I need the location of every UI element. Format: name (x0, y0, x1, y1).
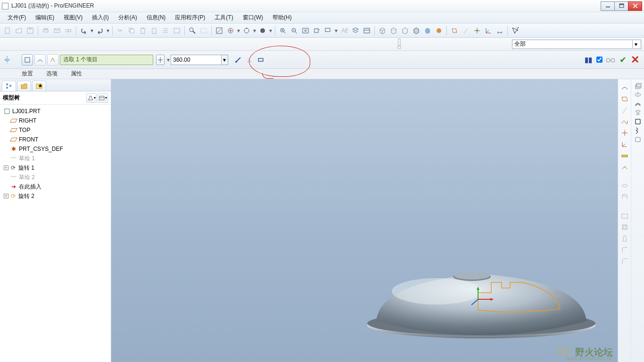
datum-plane-toggle-icon[interactable] (449, 25, 460, 36)
menu-info[interactable]: 信息(N) (142, 13, 171, 23)
boundary-blend-icon[interactable] (634, 136, 642, 145)
nav-tab-folder[interactable] (17, 81, 31, 91)
reorient-icon[interactable] (312, 25, 322, 36)
saved-views-icon[interactable] (323, 25, 333, 36)
angle-type-dropdown[interactable]: ▾ (166, 57, 171, 63)
new-icon[interactable] (2, 25, 13, 36)
copy-icon[interactable] (126, 25, 137, 36)
annot-icon[interactable]: AB (339, 25, 349, 36)
surface-toggle[interactable] (34, 54, 46, 66)
tree-csys[interactable]: ✱PRT_CSYS_DEF (1, 144, 110, 154)
sketch-tool-icon[interactable] (619, 162, 630, 172)
flip-icon[interactable] (233, 55, 243, 65)
orient-dropdown[interactable]: ▾ (252, 27, 257, 34)
selection-filter[interactable]: 全部 ▾ (512, 40, 641, 49)
pause-button[interactable]: ▮▮ (583, 55, 594, 65)
nav-tab-fav[interactable]: ★ (32, 81, 46, 91)
rib-tool-icon[interactable] (619, 222, 630, 232)
model-tree[interactable]: LJ001.PRT RIGHT TOP FRONT ✱PRT_CSYS_DEF … (0, 105, 111, 203)
angle-type-button[interactable] (156, 55, 165, 65)
swept-blend-icon[interactable] (634, 118, 642, 127)
paste-icon[interactable] (138, 25, 148, 36)
close-button[interactable] (628, 1, 642, 11)
annot-toggle-icon[interactable] (495, 25, 505, 36)
whatsthis-icon[interactable]: ? (510, 25, 520, 36)
shade-dropdown[interactable]: ▾ (268, 27, 273, 34)
zoom-out-icon[interactable] (289, 25, 299, 36)
spin-center-icon[interactable] (225, 25, 236, 36)
tree-settings-icon[interactable]: ▾ (86, 93, 97, 103)
thicken-icon[interactable] (256, 55, 266, 65)
remove-material-icon[interactable] (244, 55, 255, 65)
draft-tool-icon[interactable] (619, 233, 630, 244)
datum-axis-toggle-icon[interactable] (461, 25, 471, 36)
tree-datum-front[interactable]: FRONT (1, 135, 110, 144)
open-icon[interactable] (14, 25, 24, 36)
menu-analysis[interactable]: 分析(A) (114, 13, 142, 23)
round-tool-icon[interactable] (619, 245, 630, 255)
tree-show-icon[interactable]: ▾ (98, 93, 108, 103)
cut-icon[interactable]: ✂ (115, 25, 125, 36)
tree-sketch1[interactable]: 〰草绘 1 (1, 154, 110, 163)
view-mgr-icon[interactable] (362, 25, 372, 36)
plane-tool-icon[interactable] (619, 94, 630, 104)
tree-insert-here[interactable]: ➔在此插入 (1, 182, 110, 191)
angle-dropdown[interactable]: ▾ (221, 55, 228, 65)
paste-special-icon[interactable] (149, 25, 159, 36)
point-tool-icon[interactable] (619, 128, 630, 138)
preview-checkbox[interactable] (596, 57, 603, 63)
orient-icon[interactable] (241, 25, 252, 36)
menu-window[interactable]: 窗口(W) (238, 13, 268, 23)
measure-tool-icon[interactable] (619, 150, 630, 161)
save-icon[interactable] (25, 25, 35, 36)
tree-sketch2[interactable]: 〰草绘 2 (1, 173, 110, 182)
solid-toggle[interactable] (22, 54, 33, 66)
line-tool-icon[interactable] (619, 82, 630, 93)
axis-collector[interactable]: 选取 1 个项目 (60, 55, 153, 65)
regen-icon[interactable] (160, 25, 171, 36)
sweep-tool-icon[interactable] (634, 100, 642, 109)
tree-datum-top[interactable]: TOP (1, 125, 110, 135)
hidden-line-icon[interactable] (388, 25, 399, 36)
shade-icon[interactable] (257, 25, 268, 36)
undo-dropdown[interactable]: ▾ (90, 27, 94, 34)
shaded-hl-icon[interactable] (411, 25, 421, 36)
minimize-button[interactable] (601, 1, 615, 11)
csys-toggle-icon[interactable] (483, 25, 494, 36)
helical-sweep-icon[interactable] (634, 127, 642, 136)
tab-props[interactable]: 属性 (71, 70, 82, 78)
revolve-tool-icon[interactable] (634, 91, 642, 100)
views-dropdown[interactable]: ▾ (334, 27, 339, 34)
extrude-tool-icon[interactable] (634, 82, 642, 91)
redo-icon[interactable] (95, 25, 105, 36)
undo-icon[interactable] (79, 25, 89, 36)
wireframe-icon[interactable] (377, 25, 388, 36)
tree-datum-right[interactable]: RIGHT (1, 116, 110, 125)
link-icon[interactable] (63, 25, 74, 36)
sketch-collector[interactable] (47, 54, 58, 66)
shell-tool-icon[interactable] (619, 211, 630, 221)
repaint-icon[interactable] (214, 25, 224, 36)
csys-tool-icon[interactable] (619, 139, 630, 149)
style-tool-icon[interactable] (619, 181, 630, 191)
angle-input[interactable]: ▾ (171, 55, 228, 65)
nav-tab-tree[interactable] (2, 81, 16, 91)
tab-options[interactable]: 选项 (46, 70, 58, 78)
curve-tool-icon[interactable] (619, 116, 630, 127)
hole-tool-icon[interactable] (619, 192, 630, 202)
blend-tool-icon[interactable] (634, 109, 642, 118)
shaded-icon[interactable] (422, 25, 433, 36)
angle-value[interactable] (171, 55, 221, 65)
spin-dropdown[interactable]: ▾ (236, 27, 241, 34)
menu-view[interactable]: 视图(V) (59, 13, 87, 23)
mail-icon[interactable] (52, 25, 62, 36)
apply-button[interactable]: ✔ (618, 55, 628, 65)
select-box-icon[interactable] (198, 25, 209, 36)
tree-root[interactable]: LJ001.PRT (1, 107, 110, 116)
menu-insert[interactable]: 插入(I) (87, 13, 113, 23)
zoom-fit-icon[interactable] (300, 25, 311, 36)
redo-dropdown[interactable]: ▾ (106, 27, 110, 34)
tree-revolve2[interactable]: +⟳旋转 2 (1, 191, 110, 201)
print-icon[interactable] (41, 25, 51, 36)
tree-revolve1[interactable]: +⟳旋转 1 (1, 163, 110, 173)
